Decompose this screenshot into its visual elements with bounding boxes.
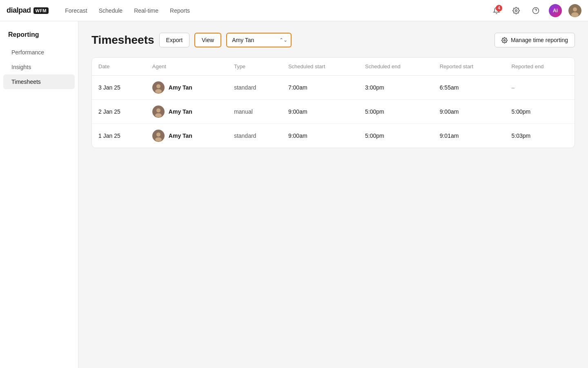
agent-name: Amy Tan — [169, 84, 192, 91]
export-button[interactable]: Export — [159, 33, 189, 47]
cell-date: 1 Jan 25 — [92, 124, 146, 148]
cell-scheduled-start: 7:00am — [282, 76, 359, 100]
svg-point-9 — [155, 89, 162, 93]
table-row: 1 Jan 25 Amy Tan standard 9:00am 5:00pm … — [92, 124, 575, 148]
agent-name: Amy Tan — [169, 108, 192, 115]
col-scheduled-end: Scheduled end — [359, 58, 433, 76]
page-header-left: Timesheets Export View Amy Tan ⌃⌄ — [91, 33, 292, 47]
col-scheduled-start: Scheduled start — [282, 58, 359, 76]
agent-select-wrapper: Amy Tan ⌃⌄ — [226, 33, 292, 47]
sidebar-item-performance[interactable]: Performance — [3, 45, 75, 60]
ai-button[interactable]: Ai — [549, 4, 562, 17]
cell-reported-end: – — [505, 76, 575, 100]
col-type: Type — [227, 58, 282, 76]
cell-reported-end: 5:00pm — [505, 100, 575, 124]
cell-scheduled-end: 5:00pm — [359, 100, 433, 124]
page-title: Timesheets — [91, 34, 154, 47]
nav-right-icons: 4 Ai — [490, 4, 581, 17]
col-reported-end: Reported end — [505, 58, 575, 76]
nav-links: Forecast Schedule Real-time Reports — [65, 6, 477, 16]
main-content: Timesheets Export View Amy Tan ⌃⌄ Manage… — [78, 21, 588, 368]
cell-reported-start: 9:01am — [433, 124, 505, 148]
manage-time-reporting-button[interactable]: Manage time reporting — [494, 33, 575, 47]
ai-label: Ai — [553, 8, 558, 13]
agent-select[interactable]: Amy Tan — [226, 33, 292, 47]
col-date: Date — [92, 58, 146, 76]
user-avatar-button[interactable] — [568, 4, 581, 17]
cell-reported-start: 9:00am — [433, 100, 505, 124]
cell-reported-start: 6:55am — [433, 76, 505, 100]
svg-point-12 — [155, 113, 162, 117]
main-layout: Reporting Performance Insights Timesheet… — [0, 21, 588, 368]
cell-type: standard — [227, 76, 282, 100]
sidebar-title: Reporting — [0, 31, 78, 45]
agent-avatar — [152, 81, 165, 94]
table-body: 3 Jan 25 Amy Tan standard 7:00am 3:00pm … — [92, 76, 575, 148]
sidebar-item-label: Insights — [11, 64, 31, 70]
cell-date: 2 Jan 25 — [92, 100, 146, 124]
sidebar: Reporting Performance Insights Timesheet… — [0, 21, 78, 368]
agent-avatar-icon — [152, 81, 165, 94]
page-header: Timesheets Export View Amy Tan ⌃⌄ Manage… — [91, 33, 575, 47]
agent-avatar-icon — [152, 105, 165, 118]
svg-point-0 — [515, 9, 517, 11]
agent-avatar — [152, 130, 165, 142]
cell-scheduled-end: 5:00pm — [359, 124, 433, 148]
top-navigation: dialpad WFM Forecast Schedule Real-time … — [0, 0, 588, 21]
cell-agent: Amy Tan — [146, 76, 227, 100]
timesheets-table: Date Agent Type Scheduled start Schedule… — [92, 58, 575, 148]
wfm-badge: WFM — [33, 7, 49, 14]
help-button[interactable] — [529, 4, 542, 17]
svg-point-15 — [155, 137, 162, 141]
cell-type: manual — [227, 100, 282, 124]
nav-forecast[interactable]: Forecast — [65, 6, 87, 16]
settings-icon — [501, 37, 508, 43]
notification-badge: 4 — [496, 5, 502, 11]
table-row: 3 Jan 25 Amy Tan standard 7:00am 3:00pm … — [92, 76, 575, 100]
cell-scheduled-start: 9:00am — [282, 124, 359, 148]
sidebar-item-label: Performance — [11, 49, 44, 56]
table-row: 2 Jan 25 Amy Tan manual 9:00am 5:00pm 9:… — [92, 100, 575, 124]
svg-point-8 — [156, 84, 160, 88]
logo[interactable]: dialpad WFM — [7, 6, 49, 15]
view-button[interactable]: View — [194, 33, 221, 47]
cell-reported-end: 5:03pm — [505, 124, 575, 148]
timesheets-table-card: Date Agent Type Scheduled start Schedule… — [91, 57, 575, 148]
cell-scheduled-start: 9:00am — [282, 100, 359, 124]
user-avatar-icon — [568, 4, 581, 17]
agent-avatar-icon — [152, 130, 165, 142]
agent-avatar — [152, 105, 165, 118]
cell-date: 3 Jan 25 — [92, 76, 146, 100]
svg-point-6 — [504, 39, 506, 41]
col-reported-start: Reported start — [433, 58, 505, 76]
sidebar-item-insights[interactable]: Insights — [3, 60, 75, 74]
nav-realtime[interactable]: Real-time — [134, 6, 158, 16]
sidebar-item-label: Timesheets — [11, 79, 41, 85]
notifications-button[interactable]: 4 — [490, 4, 503, 17]
logo-text: dialpad — [7, 6, 31, 15]
cell-type: standard — [227, 124, 282, 148]
settings-button[interactable] — [510, 4, 523, 17]
gear-icon — [512, 7, 520, 14]
agent-name: Amy Tan — [169, 132, 192, 139]
svg-point-14 — [156, 132, 160, 137]
cell-agent: Amy Tan — [146, 124, 227, 148]
cell-agent: Amy Tan — [146, 100, 227, 124]
table-header: Date Agent Type Scheduled start Schedule… — [92, 58, 575, 76]
help-icon — [532, 7, 539, 14]
cell-scheduled-end: 3:00pm — [359, 76, 433, 100]
svg-point-4 — [573, 7, 577, 11]
svg-point-5 — [571, 12, 579, 17]
manage-label: Manage time reporting — [511, 37, 568, 43]
nav-reports[interactable]: Reports — [170, 6, 190, 16]
svg-point-11 — [156, 108, 160, 112]
col-agent: Agent — [146, 58, 227, 76]
nav-schedule[interactable]: Schedule — [99, 6, 122, 16]
sidebar-item-timesheets[interactable]: Timesheets — [3, 74, 75, 89]
